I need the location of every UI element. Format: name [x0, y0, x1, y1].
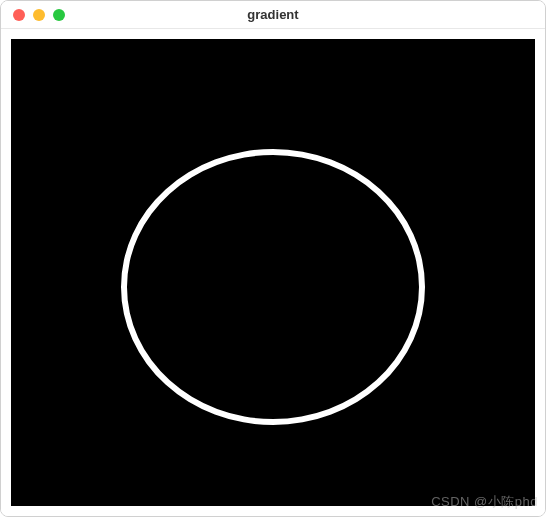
maximize-icon[interactable] [53, 9, 65, 21]
close-icon[interactable] [13, 9, 25, 21]
window-title: gradient [1, 7, 545, 22]
image-canvas [7, 35, 539, 510]
content-area [1, 29, 545, 516]
titlebar: gradient [1, 1, 545, 29]
traffic-lights [1, 9, 65, 21]
minimize-icon[interactable] [33, 9, 45, 21]
gradient-circle-outline [121, 149, 425, 425]
app-window: gradient [0, 0, 546, 517]
